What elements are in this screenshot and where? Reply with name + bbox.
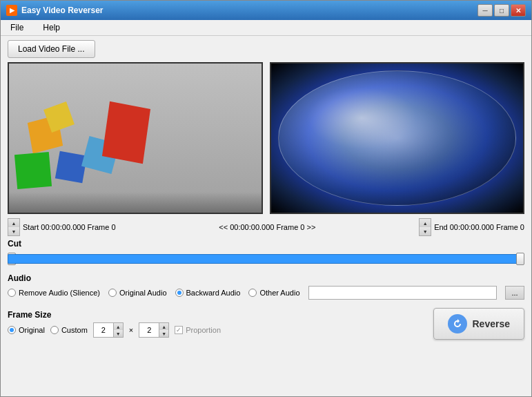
frame-size-section: Frame Size Original Custom [8, 310, 221, 338]
end-frame-down[interactable]: ▼ [420, 227, 431, 235]
scene-shadow [9, 192, 262, 213]
timecode-bar: ▲ ▼ Start 00:00:00.000 Frame 0 << 00:00:… [8, 218, 524, 236]
cut-label: Cut [8, 239, 524, 249]
proportion-check[interactable]: ✓ Proportion [175, 326, 221, 334]
main-window: ▶ Easy Video Reverser ─ □ ✕ File Help Lo… [0, 0, 532, 397]
backward-audio-radio[interactable] [175, 289, 184, 297]
height-down-arrow[interactable]: ▼ [159, 330, 168, 337]
frame-original-radio[interactable] [8, 326, 16, 334]
x-separator: × [129, 326, 133, 334]
backward-audio-label: Backward Audio [186, 289, 241, 297]
audio-option-original[interactable]: Original Audio [108, 289, 167, 297]
height-spinner: ▲ ▼ [159, 323, 168, 337]
proportion-label: Proportion [186, 326, 221, 334]
frame-custom-label: Custom [61, 326, 88, 334]
start-frame-up[interactable]: ▲ [8, 219, 19, 227]
width-up-arrow[interactable]: ▲ [113, 323, 123, 330]
window-title: Easy Video Reverser [21, 6, 477, 15]
frame-original-option[interactable]: Original [8, 326, 45, 334]
audio-option-backward[interactable]: Backward Audio [175, 289, 241, 297]
frame-custom-option[interactable]: Custom [50, 326, 88, 334]
remove-audio-radio[interactable] [8, 289, 16, 297]
cut-slider-track [8, 254, 524, 264]
title-controls: ─ □ ✕ [477, 4, 526, 17]
backward-audio-dot [177, 291, 181, 295]
other-audio-label: Other Audio [259, 289, 299, 297]
close-button[interactable]: ✕ [511, 4, 526, 17]
height-up-arrow[interactable]: ▲ [159, 323, 168, 330]
maximize-button[interactable]: □ [494, 4, 509, 17]
box-blue [55, 151, 87, 183]
toolbar: Load Video File ... [1, 36, 531, 62]
lens-graphic [278, 70, 517, 206]
box-red [102, 101, 150, 164]
minimize-button[interactable]: ─ [477, 4, 493, 17]
main-content: ▲ ▼ Start 00:00:00.000 Frame 0 << 00:00:… [1, 62, 531, 396]
frame-height-input[interactable] [139, 323, 159, 337]
start-timecode: Start 00:00:00.000 Frame 0 [23, 223, 116, 231]
start-frame-spinner[interactable]: ▲ ▼ [8, 218, 20, 236]
reverse-label: Reverse [473, 318, 511, 329]
width-spinner: ▲ ▼ [113, 323, 123, 337]
reverse-button[interactable]: Reverse [433, 308, 525, 340]
frame-original-dot [10, 328, 14, 332]
original-video-panel [8, 62, 263, 214]
end-timecode: End 00:00:00.000 Frame 0 [434, 223, 524, 231]
cut-section: Cut [8, 239, 524, 268]
box-green [14, 152, 52, 189]
audio-radio-group: Remove Audio (Slience) Original Audio Ba… [8, 286, 524, 300]
file-menu[interactable]: File [6, 21, 28, 34]
original-audio-radio[interactable] [108, 289, 117, 297]
reversed-video-panel [270, 62, 525, 214]
audio-section: Audio Remove Audio (Slience) Original Au… [8, 273, 524, 300]
end-frame-up[interactable]: ▲ [420, 219, 431, 227]
menu-bar: File Help [1, 20, 531, 36]
reversed-video-display [271, 64, 524, 213]
reverse-icon [448, 314, 467, 333]
title-bar: ▶ Easy Video Reverser ─ □ ✕ [1, 1, 531, 20]
load-video-button[interactable]: Load Video File ... [8, 40, 95, 58]
frame-custom-radio[interactable] [50, 326, 59, 334]
audio-option-other[interactable]: Other Audio [248, 289, 299, 297]
audio-label: Audio [8, 273, 524, 283]
other-audio-radio[interactable] [248, 289, 257, 297]
frame-width-field[interactable]: ▲ ▼ [93, 322, 124, 338]
middle-timecode: << 00:00:00.000 Frame 0 >> [119, 223, 417, 231]
bottom-row: Frame Size Original Custom [8, 308, 524, 340]
frame-size-controls: Original Custom ▲ ▼ × [8, 322, 221, 338]
cut-slider-right-handle[interactable] [516, 253, 524, 265]
end-frame-spinner[interactable]: ▲ ▼ [419, 218, 431, 236]
remove-audio-label: Remove Audio (Slience) [19, 289, 100, 297]
original-audio-label: Original Audio [119, 289, 167, 297]
video-panels [8, 62, 524, 214]
help-menu[interactable]: Help [39, 21, 64, 34]
frame-width-input[interactable] [94, 323, 113, 337]
start-frame-down[interactable]: ▼ [8, 227, 19, 235]
other-audio-input[interactable] [308, 286, 497, 300]
proportion-checkbox[interactable]: ✓ [175, 326, 183, 334]
browse-audio-button[interactable]: ... [505, 286, 524, 300]
frame-height-field[interactable]: ▲ ▼ [139, 322, 169, 338]
audio-option-remove[interactable]: Remove Audio (Slience) [8, 289, 100, 297]
app-icon: ▶ [6, 5, 17, 16]
frame-size-label: Frame Size [8, 310, 221, 320]
cut-slider[interactable] [8, 251, 524, 267]
original-video-display [9, 64, 262, 213]
frame-original-label: Original [19, 326, 45, 334]
width-down-arrow[interactable]: ▼ [113, 330, 123, 337]
